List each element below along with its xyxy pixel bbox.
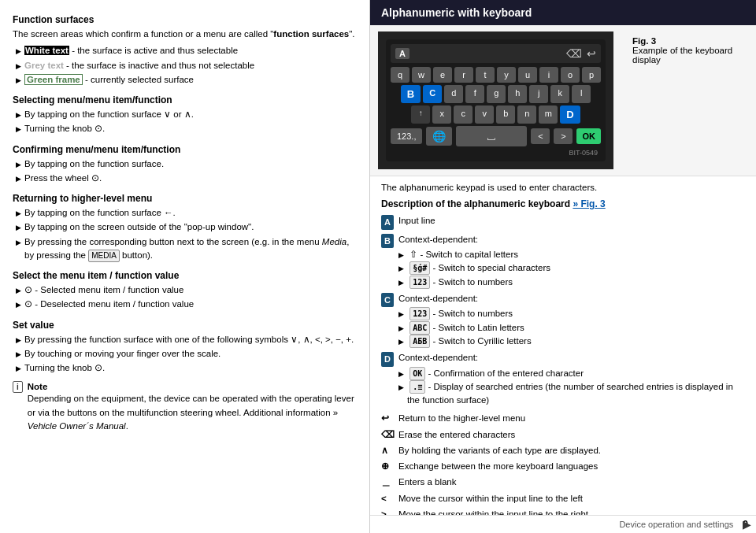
footer-text: Device operation and settings — [619, 520, 733, 529]
note-icon-container: i — [13, 381, 23, 392]
bullet-returning-2: ▶ By tapping on the screen outside of th… — [13, 220, 357, 234]
key-u[interactable]: u — [518, 67, 537, 83]
info-icon: i — [13, 381, 23, 393]
bullet-arrow-8: ▶ — [16, 209, 21, 220]
item-D-sublist: ▶ OK - Confirmation of the entered chara… — [381, 367, 745, 408]
key-x[interactable]: x — [432, 105, 451, 124]
bullet-confirming-2: ▶ Press the wheel ⊙. — [13, 172, 357, 185]
white-text-label: White text — [24, 46, 69, 55]
bullet-arrow-3: ▶ — [16, 76, 21, 87]
key-space[interactable]: ⎵ — [456, 126, 527, 146]
item-B-sub-2: ▶ §ǵ# - Switch to special characters — [398, 261, 550, 275]
bullet-white-text: ▶ White text - the surface is active and… — [13, 44, 357, 57]
section-heading-set-value: Set value — [13, 320, 357, 331]
key-h[interactable]: h — [508, 85, 527, 103]
key-c[interactable]: c — [454, 105, 472, 124]
list-item-C: C Context-dependent: ▶ 123 - Switch to n… — [381, 292, 745, 348]
fig-ref-link[interactable]: » Fig. 3 — [573, 198, 605, 209]
bullet-selecting-2: ▶ Turning the knob ⊙. — [13, 122, 357, 135]
key-v[interactable]: v — [475, 105, 494, 124]
section-heading-selecting: Selecting menu/menu item/function — [13, 94, 357, 105]
key-y[interactable]: y — [497, 67, 516, 83]
note-box: i Note Depending on the equipment, the d… — [13, 381, 357, 433]
bullet-arrow-14: ▶ — [16, 350, 21, 361]
list-item-B: B Context-dependent: ▶ ⇧ - Switch to cap… — [381, 233, 745, 289]
sub-arrow-D2: ▶ — [398, 383, 404, 394]
sep-blank-text: Enters a blank — [398, 476, 457, 489]
sep-left: < Move the cursor within the input line … — [381, 492, 745, 505]
sep-return-text: Return to the higher-level menu — [398, 412, 525, 425]
sub-arrow-D1: ▶ — [398, 369, 404, 380]
sep-blank: ＿ Enters a blank — [381, 476, 745, 489]
bullet-selecting-1: ▶ By tapping on the function surface ∨ o… — [13, 108, 357, 121]
key-w[interactable]: w — [412, 67, 431, 83]
badge-C: C — [381, 293, 394, 308]
bullet-deselected: ▶ ⊙ - Deselected menu item / function va… — [13, 298, 357, 311]
key-left[interactable]: < — [531, 128, 550, 144]
key-ok[interactable]: OK — [576, 128, 601, 144]
section-heading-select-value: Select the menu item / function value — [13, 270, 357, 281]
key-i[interactable]: i — [539, 67, 558, 83]
item-B-sub-3: ▶ 123 - Switch to numbers — [398, 276, 550, 289]
keyboard-row-3: ↑ x c v b n m D — [391, 105, 601, 124]
bullet-green-frame: ▶ Green frame - currently selected surfa… — [13, 73, 357, 87]
right-content: The alphanumeric keypad is used to enter… — [370, 176, 756, 533]
key-t[interactable]: t — [476, 67, 495, 83]
next-page-arrow[interactable]: ▶ — [743, 518, 751, 531]
bullet-grey-text: ▶ Grey text - the surface is inactive an… — [13, 59, 357, 72]
item-B-sublist: ▶ ⇧ - Switch to capital letters ▶ §ǵ# - … — [381, 248, 550, 289]
backspace-icon[interactable]: ⌫ — [566, 47, 582, 60]
key-l[interactable]: l — [572, 85, 591, 103]
image-id: BIT-0549 — [391, 149, 601, 157]
bullet-arrow-1: ▶ — [16, 46, 21, 57]
key-D[interactable]: D — [560, 105, 580, 124]
key-d[interactable]: d — [444, 85, 463, 103]
key-r[interactable]: r — [454, 67, 473, 83]
bullet-selected: ▶ ⊙ - Selected menu item / function valu… — [13, 283, 357, 297]
item-C-sub-2: ▶ ABC - Switch to Latin letters — [398, 321, 532, 335]
bullet-arrow-12: ▶ — [16, 300, 21, 311]
description-heading: Description of the alphanumeric keyboard… — [381, 198, 745, 209]
fig-title: Fig. 3 — [632, 36, 656, 46]
key-shift[interactable]: ↑ — [411, 105, 430, 124]
bullet-set-1: ▶ By pressing the function surface with … — [13, 333, 357, 346]
sub-arrow-B3: ▶ — [398, 278, 404, 289]
key-f[interactable]: f — [465, 85, 484, 103]
section-heading-function-surfaces: Function surfaces — [13, 14, 357, 25]
sep-exchange: ⊕ Exchange between the more keyboard lan… — [381, 460, 745, 473]
key-o[interactable]: o — [561, 67, 580, 83]
green-frame-label: Green frame — [24, 74, 83, 85]
key-globe[interactable]: 🌐 — [426, 127, 452, 146]
key-g[interactable]: g — [487, 85, 506, 103]
key-q[interactable]: q — [391, 67, 410, 83]
bullet-arrow-6: ▶ — [16, 160, 21, 171]
key-C[interactable]: C — [423, 85, 442, 103]
key-k[interactable]: k — [550, 85, 569, 103]
key-right[interactable]: > — [554, 128, 573, 144]
key-b[interactable]: b — [496, 105, 515, 124]
key-123[interactable]: 123., — [391, 128, 422, 144]
keyboard-row-2: B C d f g h j k l — [391, 85, 601, 103]
key-j[interactable]: j — [529, 85, 548, 103]
fig-label: Fig. 3 Example of the keyboard display — [621, 31, 748, 69]
alpha-items-list: A Input line B Context-dependent: ▶ ⇧ - … — [381, 214, 745, 407]
keyboard-input-badge: A — [395, 48, 410, 59]
bullet-arrow-11: ▶ — [16, 286, 21, 297]
sym-blank: ＿ — [381, 476, 398, 489]
key-B[interactable]: B — [401, 85, 421, 103]
section-heading-confirming: Confirming menu/menu item/function — [13, 144, 357, 155]
key-m[interactable]: m — [539, 105, 558, 124]
item-C-sub-1: ▶ 123 - Switch to numbers — [398, 307, 532, 320]
bullet-arrow-5: ▶ — [16, 124, 21, 135]
key-n[interactable]: n — [517, 105, 536, 124]
sub-arrow-C3: ▶ — [398, 337, 404, 348]
sep-return: ↩ Return to the higher-level menu — [381, 412, 745, 425]
keyboard-input-icons: ⌫ ↩ — [566, 47, 596, 60]
note-label: Note — [28, 382, 48, 391]
key-e[interactable]: e — [433, 67, 452, 83]
return-icon[interactable]: ↩ — [587, 47, 596, 60]
key-p[interactable]: p — [582, 67, 601, 83]
sep-left-text: Move the cursor within the input line to… — [398, 492, 583, 505]
bullet-returning-3: ▶ By pressing the corresponding button n… — [13, 235, 357, 263]
item-D-sub-2: ▶ .≡ - Display of searched entries (the … — [398, 380, 745, 408]
